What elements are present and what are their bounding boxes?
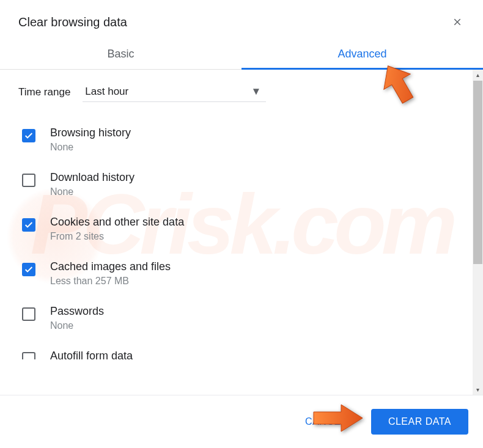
clear-browsing-data-dialog: PCrisk.com Clear browsing data Basic Adv… [0, 0, 483, 448]
option-subtitle: None [50, 320, 465, 331]
option-text: Cached images and files Less than 257 MB [50, 260, 465, 287]
checkbox-autofill[interactable] [22, 352, 35, 359]
time-range-label: Time range [18, 86, 70, 98]
scrollbar-thumb[interactable] [473, 81, 482, 264]
scroll-down-icon[interactable]: ▾ [473, 384, 483, 395]
tab-advanced[interactable]: Advanced [242, 39, 483, 69]
check-icon [24, 131, 34, 141]
option-cache: Cached images and files Less than 257 MB [18, 260, 465, 287]
close-button[interactable] [450, 15, 465, 29]
option-title: Download history [50, 171, 465, 184]
checkbox-cookies[interactable] [22, 218, 35, 232]
option-text: Cookies and other site data From 2 sites [50, 216, 465, 242]
option-subtitle: From 2 sites [50, 231, 465, 242]
dialog-header: Clear browsing data [0, 0, 483, 39]
checkbox-cache[interactable] [22, 263, 35, 276]
option-title: Passwords [50, 305, 465, 318]
tab-basic[interactable]: Basic [0, 39, 242, 69]
check-icon [24, 220, 34, 230]
cancel-button[interactable]: CANCEL [288, 409, 364, 435]
option-title: Cached images and files [50, 260, 465, 273]
option-title: Cookies and other site data [50, 216, 465, 229]
option-text: Passwords None [50, 305, 465, 331]
option-subtitle: Less than 257 MB [50, 276, 465, 287]
tab-bar: Basic Advanced [0, 39, 483, 70]
checkbox-browsing-history[interactable] [22, 129, 35, 142]
option-passwords: Passwords None [18, 305, 465, 331]
scroll-up-icon[interactable]: ▴ [473, 70, 483, 80]
option-title: Autofill form data [50, 350, 465, 362]
scrollbar[interactable]: ▴ ▾ [473, 70, 483, 395]
option-text: Browsing history None [50, 127, 465, 153]
close-icon [452, 17, 463, 28]
option-text: Download history None [50, 171, 465, 197]
content-area: Time range Last hour ▼ Browsing history … [0, 70, 483, 395]
checkbox-passwords[interactable] [22, 307, 35, 321]
checkbox-download-history[interactable] [22, 174, 35, 187]
time-range-value: Last hour [85, 86, 128, 98]
check-icon [24, 265, 34, 274]
option-autofill: Autofill form data [18, 350, 465, 365]
option-text: Autofill form data [50, 350, 465, 365]
dialog-title: Clear browsing data [18, 15, 127, 29]
option-download-history: Download history None [18, 171, 465, 197]
option-subtitle: None [50, 142, 465, 153]
time-range-dropdown[interactable]: Last hour ▼ [83, 82, 266, 102]
clear-data-button[interactable]: CLEAR DATA [371, 409, 468, 435]
chevron-down-icon: ▼ [251, 86, 262, 98]
option-cookies: Cookies and other site data From 2 sites [18, 216, 465, 242]
option-title: Browsing history [50, 127, 465, 139]
scroll-content: Time range Last hour ▼ Browsing history … [0, 70, 483, 395]
option-subtitle: None [50, 186, 465, 197]
dialog-footer: CANCEL CLEAR DATA [0, 395, 483, 448]
time-range-row: Time range Last hour ▼ [18, 82, 465, 102]
option-browsing-history: Browsing history None [18, 127, 465, 153]
